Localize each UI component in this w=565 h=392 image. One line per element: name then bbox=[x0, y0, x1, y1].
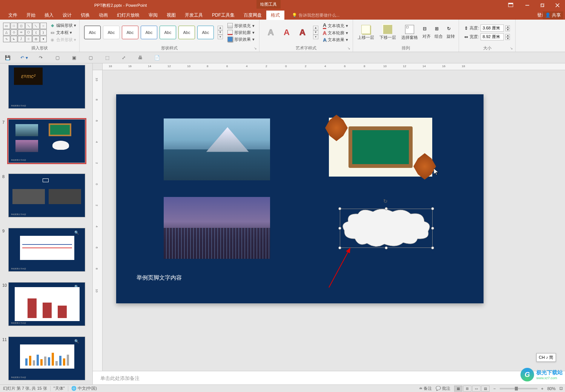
wordart-dialog-launcher[interactable]: ↘ bbox=[347, 46, 352, 51]
style-swatch-7[interactable]: Abc bbox=[197, 26, 214, 39]
shape-styles-dialog-launcher[interactable]: ↘ bbox=[254, 46, 258, 51]
resize-handle-sw[interactable] bbox=[338, 246, 341, 249]
shape-connector-icon[interactable]: ↳ bbox=[11, 36, 18, 42]
qat-redo-button[interactable]: ↷ bbox=[37, 54, 45, 61]
tab-pdf-tools[interactable]: PDF工具集 bbox=[207, 11, 239, 20]
shape-brace2-icon[interactable]: } bbox=[40, 29, 47, 36]
tab-baidu[interactable]: 百度网盘 bbox=[239, 11, 266, 20]
align-button[interactable]: ⊟对齐 bbox=[421, 25, 432, 41]
ribbon-display-options-button[interactable] bbox=[505, 0, 516, 11]
zoom-slider[interactable] bbox=[500, 388, 537, 389]
rotation-handle[interactable]: ↻ bbox=[383, 198, 389, 204]
selected-cloud-shape[interactable]: ↻ bbox=[340, 209, 433, 248]
thumbnail-slide-9[interactable]: 9 🔍 举例页脚文字内容 bbox=[0, 226, 92, 281]
tab-transitions[interactable]: 切换 bbox=[76, 11, 94, 20]
wordart-gallery[interactable]: A A A ▲▼▾ bbox=[262, 23, 321, 42]
view-slideshow-button[interactable]: ▤ bbox=[481, 386, 490, 392]
shape-arrow-icon[interactable]: ⇨ bbox=[18, 29, 25, 36]
shape-curve2-icon[interactable]: ⤴ bbox=[18, 36, 25, 42]
style-swatch-3[interactable]: Abc bbox=[122, 26, 138, 39]
restore-button[interactable] bbox=[535, 0, 550, 11]
tab-view[interactable]: 视图 bbox=[162, 11, 180, 20]
send-backward-button[interactable]: 下移一层 bbox=[377, 23, 398, 42]
view-normal-button[interactable]: ▦ bbox=[454, 386, 462, 392]
tab-animations[interactable]: 动画 bbox=[94, 11, 112, 20]
group-button[interactable]: ⊞组合 bbox=[433, 25, 444, 41]
qat-btn-6[interactable]: ▢ bbox=[87, 54, 94, 61]
qat-btn-8[interactable]: ⤢ bbox=[120, 54, 127, 61]
ruler-vertical[interactable]: 1086420246810 bbox=[93, 70, 103, 371]
shape-line-icon[interactable]: ＼ bbox=[25, 23, 32, 29]
style-swatch-5[interactable]: Abc bbox=[160, 26, 176, 39]
tab-home[interactable]: 开始 bbox=[22, 11, 40, 20]
status-notes-button[interactable]: ≐ 备注 bbox=[419, 386, 432, 391]
slide-footer-text[interactable]: 举例页脚文字内容 bbox=[137, 274, 182, 281]
shape-roundrect-icon[interactable]: ◻ bbox=[18, 23, 25, 29]
wordart-swatch-2[interactable]: A bbox=[280, 26, 293, 39]
text-box-button[interactable]: ▭文本框 ▾ bbox=[49, 29, 77, 36]
tell-me-search[interactable]: 告诉我您想要做什么... bbox=[292, 12, 339, 18]
zoom-in-button[interactable]: + bbox=[541, 386, 544, 391]
image-cityscape[interactable] bbox=[164, 197, 270, 259]
thumbnail-slide-8[interactable]: 8 举例页脚文字内容 bbox=[0, 172, 92, 226]
shape-triangle-icon[interactable]: △ bbox=[3, 29, 10, 36]
text-effects-button[interactable]: A文本效果 ▾ bbox=[323, 37, 348, 43]
tab-file[interactable]: 文件 bbox=[4, 11, 22, 20]
view-sorter-button[interactable]: ⊞ bbox=[463, 386, 471, 392]
gallery-scroll[interactable]: ▲▼▾ bbox=[218, 26, 223, 39]
rotate-button[interactable]: ↻旋转 bbox=[445, 25, 456, 41]
resize-handle-ne[interactable] bbox=[431, 207, 434, 210]
shape-hex-icon[interactable]: ⬡ bbox=[25, 29, 32, 36]
wordart-swatch-3[interactable]: A bbox=[296, 26, 309, 39]
shape-outline-button[interactable]: 形状轮廓 ▾ bbox=[227, 30, 255, 35]
shape-callout-icon[interactable]: ◎ bbox=[32, 36, 40, 42]
resize-handle-nw[interactable] bbox=[338, 207, 341, 210]
shape-more-icon[interactable]: ▾ bbox=[40, 36, 47, 42]
shape-style-gallery[interactable]: Abc Abc Abc Abc Abc Abc Abc ▲▼▾ bbox=[82, 23, 225, 42]
shape-effects-button[interactable]: 形状效果 ▾ bbox=[227, 37, 255, 42]
shape-fill-button[interactable]: 形状填充 ▾ bbox=[227, 23, 255, 29]
text-outline-button[interactable]: A文本轮廓 ▾ bbox=[323, 30, 348, 36]
width-input[interactable]: 8.92 厘米 bbox=[481, 33, 504, 40]
resize-handle-s[interactable] bbox=[385, 246, 388, 249]
shape-line2-icon[interactable]: ＼ bbox=[32, 23, 40, 29]
style-swatch-6[interactable]: Abc bbox=[178, 26, 195, 39]
shape-star-icon[interactable]: ☆ bbox=[25, 36, 32, 42]
notes-pane[interactable]: 单击此处添加备注 bbox=[93, 371, 565, 384]
shape-curve-icon[interactable]: ∿ bbox=[3, 36, 10, 42]
shape-rect-icon[interactable]: □ bbox=[11, 23, 18, 29]
tab-design[interactable]: 设计 bbox=[58, 11, 76, 20]
zoom-out-button[interactable]: − bbox=[493, 386, 496, 391]
resize-handle-w[interactable] bbox=[338, 227, 341, 230]
text-fill-button[interactable]: A文本填充 ▾ bbox=[323, 22, 348, 29]
qat-btn-5[interactable]: ▣ bbox=[70, 54, 78, 61]
tab-insert[interactable]: 插入 bbox=[40, 11, 58, 20]
slide-thumbnail-panel[interactable]: ε=mc² 举例页脚文字内容 7 举例页脚文字内容 8 举例页脚文字内容 9 🔍… bbox=[0, 63, 93, 384]
thumbnail-slide-10[interactable]: 10 🔍 举例页脚文字内容 bbox=[0, 281, 92, 335]
fit-to-window-button[interactable]: ⊡ bbox=[559, 386, 563, 391]
slide-canvas[interactable]: ↻ bbox=[116, 94, 484, 303]
slide-workspace[interactable]: ↻ bbox=[103, 70, 565, 371]
resize-handle-n[interactable] bbox=[385, 207, 388, 210]
ruler-horizontal[interactable]: 18161412108642024681012141618 bbox=[93, 63, 565, 70]
shapes-gallery[interactable]: ▭ □ ◻ ＼ ＼ ○ △ ◇ ⇨ ⬡ { } ∿ ↳ ⤴ ☆ ◎ ▾ bbox=[2, 22, 48, 43]
tab-developer[interactable]: 开发工具 bbox=[180, 11, 207, 20]
selection-pane-button[interactable]: 选择窗格 bbox=[399, 23, 420, 42]
status-slide-info[interactable]: 幻灯片 第 7 张, 共 15 张 bbox=[3, 386, 47, 391]
view-reading-button[interactable]: ▭ bbox=[472, 386, 481, 392]
image-mountain[interactable] bbox=[164, 118, 270, 180]
size-dialog-launcher[interactable]: ↘ bbox=[510, 46, 514, 51]
minimize-button[interactable] bbox=[520, 0, 535, 11]
resize-handle-se[interactable] bbox=[431, 246, 434, 249]
bring-forward-button[interactable]: 上移一层 bbox=[355, 23, 376, 42]
tab-format[interactable]: 格式 bbox=[266, 11, 284, 20]
qat-btn-9[interactable]: 🖶 bbox=[137, 54, 144, 61]
image-chalkboard[interactable] bbox=[329, 118, 432, 177]
shape-rhombus-icon[interactable]: ◇ bbox=[11, 29, 18, 36]
wordart-swatch-1[interactable]: A bbox=[264, 26, 278, 39]
status-language[interactable]: 🌐 中文(中国) bbox=[71, 386, 97, 391]
thumbnail-slide-7[interactable]: 7 举例页脚文字内容 bbox=[0, 118, 92, 172]
height-spinner[interactable]: ▲▼ bbox=[505, 25, 510, 31]
share-button[interactable]: 👤 共享 bbox=[543, 11, 563, 19]
qat-undo-button[interactable]: ↶ ▾ bbox=[20, 54, 28, 61]
